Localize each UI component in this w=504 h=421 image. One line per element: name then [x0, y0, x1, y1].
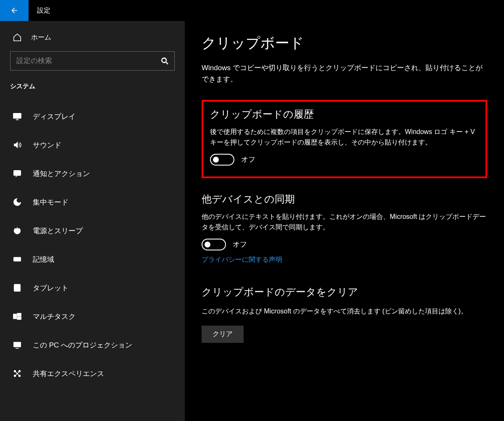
privacy-link[interactable]: プライバシーに関する声明	[202, 255, 282, 264]
sidebar-item-storage[interactable]: 記憶域	[0, 245, 185, 274]
svg-rect-6	[13, 314, 16, 319]
back-button[interactable]	[0, 0, 29, 21]
sidebar-item-label: 通知とアクション	[33, 169, 90, 179]
sync-desc: 他のデバイスにテキストを貼り付けます。これがオンの場合、Microsoft はク…	[202, 212, 487, 233]
app-title: 設定	[37, 6, 50, 15]
clear-heading: クリップボードのデータをクリア	[202, 285, 487, 299]
svg-point-3	[15, 259, 16, 260]
projection-icon	[13, 340, 22, 350]
sidebar-item-projection[interactable]: この PC へのプロジェクション	[0, 331, 185, 359]
history-heading: クリップボードの履歴	[210, 108, 479, 121]
intro-text: Windows でコピーや切り取りを行うとクリップボードにコピーされ、貼り付ける…	[202, 62, 487, 85]
sidebar: ホーム システム ディスプレイ サウンド 通知とアクション	[0, 21, 185, 421]
svg-point-12	[14, 375, 16, 377]
sound-icon	[13, 140, 22, 150]
sidebar-item-tablet[interactable]: タブレット	[0, 274, 185, 302]
toggle-knob	[213, 157, 219, 163]
sidebar-item-share[interactable]: 共有エクスペリエンス	[0, 359, 185, 388]
sync-toggle[interactable]	[202, 239, 226, 250]
home-icon	[13, 33, 22, 42]
svg-rect-1	[14, 171, 21, 176]
history-toggle[interactable]	[210, 154, 234, 166]
notifications-icon	[13, 169, 22, 178]
arrow-left-icon	[10, 6, 18, 15]
svg-rect-8	[17, 317, 21, 320]
svg-point-13	[19, 375, 21, 377]
page-title: クリップボード	[202, 34, 487, 53]
sidebar-item-multitask[interactable]: マルチタスク	[0, 302, 185, 331]
sidebar-item-sound[interactable]: サウンド	[0, 131, 185, 159]
sidebar-item-label: 記憶域	[33, 255, 54, 264]
sync-section: 他デバイスとの同期 他のデバイスにテキストを貼り付けます。これがオンの場合、Mi…	[202, 192, 487, 283]
search-input[interactable]	[16, 57, 161, 65]
sync-toggle-label: オフ	[233, 239, 247, 249]
sidebar-item-label: タブレット	[33, 283, 68, 293]
clear-section: クリップボードのデータをクリア このデバイスおよび Microsoft のデータ…	[202, 285, 487, 343]
sidebar-item-notifications[interactable]: 通知とアクション	[0, 159, 185, 188]
svg-point-5	[17, 290, 17, 290]
moon-icon	[13, 197, 22, 207]
sync-heading: 他デバイスとの同期	[202, 192, 487, 206]
clipboard-history-section: クリップボードの履歴 後で使用するために複数の項目をクリップボードに保存します。…	[202, 100, 487, 178]
main-content: クリップボード Windows でコピーや切り取りを行うとクリップボードにコピー…	[185, 21, 504, 421]
sidebar-item-label: この PC へのプロジェクション	[33, 340, 132, 350]
toggle-knob	[205, 242, 210, 247]
sidebar-item-label: 共有エクスペリエンス	[33, 369, 104, 379]
clear-desc: このデバイスおよび Microsoft のデータをすべて消去します (ピン留めし…	[202, 306, 487, 317]
sidebar-item-label: ディスプレイ	[33, 112, 76, 121]
svg-rect-7	[17, 313, 21, 316]
sidebar-item-label: マルチタスク	[33, 312, 76, 321]
clear-button[interactable]: クリア	[202, 326, 244, 343]
sidebar-item-focus[interactable]: 集中モード	[0, 188, 185, 216]
sidebar-item-power[interactable]: 電源とスリープ	[0, 216, 185, 245]
search-icon	[161, 57, 168, 65]
sidebar-item-label: サウンド	[33, 140, 61, 150]
history-toggle-label: オフ	[241, 155, 255, 164]
section-label: システム	[0, 82, 185, 102]
svg-rect-0	[13, 113, 21, 118]
power-icon	[13, 226, 22, 235]
search-box[interactable]	[10, 51, 175, 71]
sidebar-item-display[interactable]: ディスプレイ	[0, 102, 185, 131]
svg-point-11	[19, 371, 21, 372]
home-label: ホーム	[31, 33, 51, 42]
storage-icon	[13, 255, 22, 264]
titlebar: 設定	[0, 0, 504, 21]
sidebar-item-label: 集中モード	[33, 197, 68, 207]
sidebar-item-label: 電源とスリープ	[33, 226, 83, 236]
home-link[interactable]: ホーム	[0, 33, 185, 51]
multitask-icon	[13, 312, 22, 321]
svg-point-10	[14, 371, 16, 372]
share-icon	[13, 369, 22, 378]
tablet-icon	[13, 283, 22, 292]
display-icon	[13, 112, 22, 121]
history-desc: 後で使用するために複数の項目をクリップボードに保存します。Windows ロゴ …	[210, 127, 479, 148]
